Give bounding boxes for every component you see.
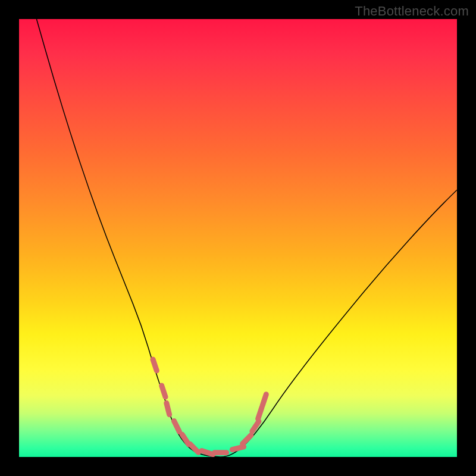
bottleneck-curve — [36, 19, 457, 457]
plot-area — [19, 19, 457, 457]
nadir-marker — [162, 386, 165, 397]
nadir-marker — [174, 421, 179, 432]
chart-frame: TheBottleneck.com — [0, 0, 476, 476]
nadir-marker — [258, 408, 262, 419]
nadir-marker — [190, 444, 198, 452]
nadir-marker — [243, 435, 251, 443]
nadir-marker — [202, 450, 213, 454]
nadir-marker — [153, 359, 156, 371]
curve-layer — [19, 19, 457, 457]
nadir-marker — [167, 403, 170, 414]
nadir-marker — [262, 394, 266, 406]
nadir-marker — [232, 447, 243, 450]
watermark-text: TheBottleneck.com — [355, 4, 469, 19]
